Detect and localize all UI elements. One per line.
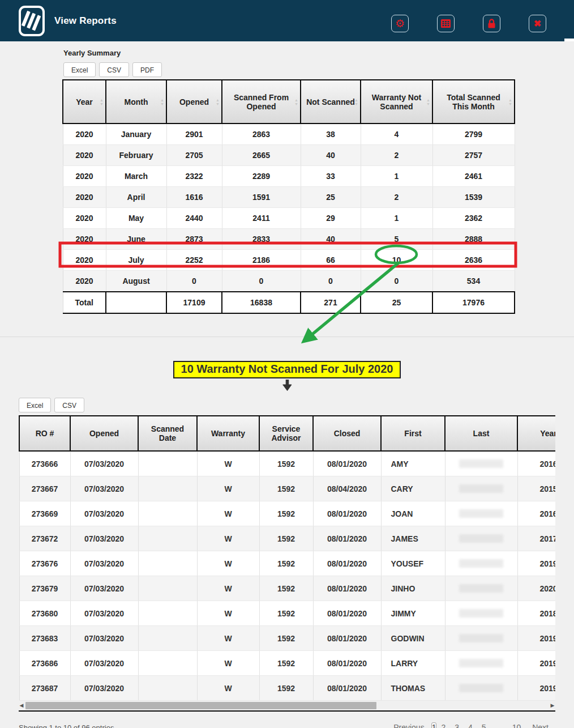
detail-column-header[interactable]: Service Advisor: [259, 416, 313, 451]
export-excel-button[interactable]: Excel: [63, 62, 96, 77]
summary-cell-total_scanned[interactable]: 2888: [432, 229, 515, 250]
summary-cell-warranty_not_scanned[interactable]: 0: [361, 271, 432, 292]
summary-total-cell[interactable]: 25: [361, 292, 432, 313]
summary-cell-not_scanned[interactable]: 40: [301, 229, 361, 250]
export-csv-button[interactable]: CSV: [54, 398, 84, 412]
detail-column-header[interactable]: Closed: [313, 416, 381, 451]
summary-cell-warranty_not_scanned[interactable]: 1: [361, 166, 432, 187]
summary-column-header[interactable]: Warranty Not Scanned▲▼: [361, 80, 432, 124]
summary-cell-not_scanned[interactable]: 40: [301, 145, 361, 166]
detail-cell-service_advisor: 1592: [259, 676, 313, 701]
summary-cell-opened: 2252: [166, 250, 222, 271]
detail-cell-warranty: W: [197, 551, 259, 576]
summary-column-header[interactable]: Opened▲▼: [166, 80, 222, 124]
detail-cell-year: 2019: [517, 626, 555, 651]
detail-column-header[interactable]: Last: [445, 416, 517, 451]
summary-cell-month[interactable]: June: [106, 229, 166, 250]
detail-column-header[interactable]: First: [381, 416, 445, 451]
detail-cell-service_advisor: 1592: [259, 626, 313, 651]
detail-column-header[interactable]: Opened: [70, 416, 138, 451]
summary-column-header[interactable]: Month▲▼: [106, 80, 166, 124]
scrollbar-thumb[interactable]: [25, 702, 376, 709]
summary-cell-opened: 2440: [166, 208, 222, 229]
page-button-4[interactable]: 4: [464, 723, 477, 728]
detail-row: 27366907/03/2020W159208/01/2020JOAN2016: [19, 501, 555, 526]
page-button-10[interactable]: 10: [508, 723, 526, 728]
summary-total-cell[interactable]: 271: [301, 292, 361, 313]
summary-column-header[interactable]: Scanned From Opened▲▼: [222, 80, 301, 124]
detail-cell-opened: 07/03/2020: [70, 576, 138, 601]
summary-cell-total_scanned[interactable]: 2636: [432, 250, 515, 271]
summary-column-header[interactable]: Total Scanned This Month▲▼: [432, 80, 515, 124]
summary-column-header[interactable]: Not Scanned▲▼: [301, 80, 361, 124]
summary-cell-total_scanned[interactable]: 534: [432, 271, 515, 292]
detail-cell-last: [445, 451, 517, 476]
grid-button[interactable]: [437, 15, 455, 32]
page-button-1[interactable]: 1: [431, 722, 437, 728]
detail-row: 27368307/03/2020W159208/01/2020GODWIN201…: [19, 626, 555, 651]
scroll-left-arrow[interactable]: ◀: [19, 701, 24, 710]
scroll-right-arrow[interactable]: ▶: [550, 701, 555, 710]
summary-cell-not_scanned[interactable]: 25: [301, 187, 361, 208]
summary-cell-not_scanned[interactable]: 66: [301, 250, 361, 271]
summary-cell-warranty_not_scanned[interactable]: 4: [361, 124, 432, 145]
detail-column-header[interactable]: Year: [517, 416, 555, 451]
export-csv-button[interactable]: CSV: [99, 62, 129, 77]
summary-cell-not_scanned[interactable]: 38: [301, 124, 361, 145]
detail-cell-year: 2016: [517, 501, 555, 526]
summary-cell-total_scanned[interactable]: 2461: [432, 166, 515, 187]
summary-cell-month[interactable]: July: [106, 250, 166, 271]
export-excel-button[interactable]: Excel: [19, 398, 51, 412]
settings-button[interactable]: ⚙: [391, 15, 409, 32]
summary-cell-year: 2020: [63, 166, 106, 187]
summary-total-cell[interactable]: 17976: [432, 292, 515, 313]
close-button[interactable]: ✖: [529, 15, 546, 32]
detail-column-header[interactable]: RO #: [19, 416, 70, 451]
lock-button[interactable]: [483, 15, 500, 32]
detail-row: 27368607/03/2020W159208/01/2020LARRY2019: [19, 651, 555, 676]
summary-cell-month[interactable]: March: [106, 166, 166, 187]
showing-entries-text: Showing 1 to 10 of 96 entries: [19, 723, 114, 728]
page-button-5[interactable]: 5: [477, 723, 491, 728]
summary-cell-total_scanned[interactable]: 2799: [432, 124, 515, 145]
summary-cell-total_scanned[interactable]: 2757: [432, 145, 515, 166]
summary-cell-month[interactable]: May: [106, 208, 166, 229]
summary-total-cell: Total: [63, 292, 106, 313]
summary-cell-not_scanned[interactable]: 0: [301, 271, 361, 292]
detail-cell-scanned_date: [138, 551, 197, 576]
scrollbar-track[interactable]: [24, 702, 550, 709]
detail-cell-warranty: W: [197, 526, 259, 551]
summary-cell-not_scanned[interactable]: 29: [301, 208, 361, 229]
summary-cell-warranty_not_scanned[interactable]: 10: [361, 250, 432, 271]
detail-column-header[interactable]: Warranty: [197, 416, 259, 451]
summary-cell-month[interactable]: August: [106, 271, 166, 292]
detail-cell-ro: 273679: [19, 576, 70, 601]
summary-row-june: 2020June287328334052888: [63, 229, 515, 250]
summary-cell-month[interactable]: April: [106, 187, 166, 208]
summary-cell-warranty_not_scanned[interactable]: 2: [361, 187, 432, 208]
summary-cell-total_scanned[interactable]: 1539: [432, 187, 515, 208]
lock-icon: [487, 19, 496, 28]
detail-cell-first: JIMMY: [381, 601, 445, 626]
previous-page-button[interactable]: Previous: [387, 718, 431, 728]
summary-cell-opened: 2705: [166, 145, 222, 166]
summary-cell-total_scanned[interactable]: 2362: [432, 208, 515, 229]
summary-cell-month[interactable]: January: [106, 124, 166, 145]
detail-column-header[interactable]: Scanned Date: [138, 416, 197, 451]
summary-column-header[interactable]: Year▲▼: [63, 80, 106, 124]
summary-cell-warranty_not_scanned[interactable]: 5: [361, 229, 432, 250]
page-button-2[interactable]: 2: [436, 723, 450, 728]
next-page-button[interactable]: Next: [525, 718, 555, 728]
summary-cell-month[interactable]: February: [106, 145, 166, 166]
detail-row: 27367607/03/2020W159208/01/2020YOUSEF201…: [19, 551, 555, 576]
summary-cell-warranty_not_scanned[interactable]: 2: [361, 145, 432, 166]
summary-cell-not_scanned[interactable]: 33: [301, 166, 361, 187]
detail-cell-ro: 273686: [19, 651, 70, 676]
detail-cell-last: [445, 651, 517, 676]
summary-cell-warranty_not_scanned[interactable]: 1: [361, 208, 432, 229]
detail-cell-scanned_date: [138, 601, 197, 626]
page-button-3[interactable]: 3: [450, 723, 464, 728]
detail-cell-closed: 08/01/2020: [313, 551, 381, 576]
export-pdf-button[interactable]: PDF: [132, 62, 162, 77]
detail-cell-first: YOUSEF: [381, 551, 445, 576]
